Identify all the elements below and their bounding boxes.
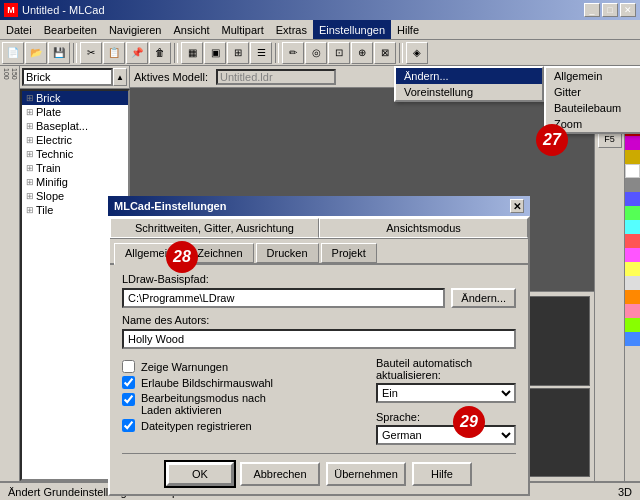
author-label: Name des Autors: [122,314,516,326]
author-input[interactable] [122,329,516,349]
tab-zeichnen[interactable]: Zeichnen [186,243,253,263]
color-lt-blue[interactable] [625,192,640,206]
sprache-select[interactable]: German English French [376,425,516,445]
menu-navigieren[interactable]: Navigieren [103,20,168,39]
close-button[interactable]: ✕ [620,3,636,17]
tree-item-brick-label: Brick [36,92,60,104]
cb-bearbeitungsmodus-row: Bearbeitungsmodus nachLaden aktivieren [122,392,364,416]
sub-zoom[interactable]: Zoom [546,116,640,132]
tree-item-minifig[interactable]: ⊞ Minifig [22,175,128,189]
tb-copy[interactable]: 📋 [103,42,125,64]
cb-dateitypen[interactable] [122,419,135,432]
tb-delete[interactable]: 🗑 [149,42,171,64]
color-orange[interactable] [625,290,640,304]
sub-gitter[interactable]: Gitter [546,84,640,100]
tree-search[interactable]: Brick [22,68,113,86]
dialog-ok-btn[interactable]: OK [166,462,234,486]
tb-b1[interactable]: ▦ [181,42,203,64]
color-magenta[interactable] [625,136,640,150]
cb-erlaube-row: Erlaube Bildschirmauswahl [122,376,364,389]
tab-zeichnen-label: Zeichnen [197,247,242,259]
title-bar: M Untitled - MLCad _ □ ✕ [0,0,640,20]
cb-zeige-warnungen[interactable] [122,360,135,373]
tree-item-baseplate[interactable]: ⊞ Baseplat... [22,119,128,133]
tree-item-train[interactable]: ⊞ Train [22,161,128,175]
sub-allgemein-label: Allgemein [554,70,602,82]
menu-einstellungen[interactable]: Einstellungen [313,20,391,39]
minimize-button[interactable]: _ [584,3,600,17]
sub-bauteilebaum[interactable]: Bauteilebaum [546,100,640,116]
menu-extras[interactable]: Extras [270,20,313,39]
tb-b7[interactable]: ⊡ [328,42,350,64]
sub-allgemein[interactable]: Allgemein [546,68,640,84]
tb-new[interactable]: 📄 [2,42,24,64]
toolbar: 📄 📂 💾 ✂ 📋 📌 🗑 ▦ ▣ ⊞ ☰ ✏ ◎ ⊡ ⊕ ⊠ ◈ [0,40,640,66]
color-lt-magenta[interactable] [625,248,640,262]
tb-b8[interactable]: ⊕ [351,42,373,64]
dialog-hilfe-btn[interactable]: Hilfe [412,462,472,486]
sub-gitter-label: Gitter [554,86,581,98]
menu-ansicht[interactable]: Ansicht [168,20,216,39]
app-icon: M [4,3,18,17]
color-lt-green[interactable] [625,206,640,220]
cb-erlaube-label: Erlaube Bildschirmauswahl [141,377,273,389]
color-pink[interactable] [625,304,640,318]
dd-aendern-label: Ändern... [404,70,449,82]
cb-bearbeitungsmodus[interactable] [122,393,135,406]
color-lt-cyan[interactable] [625,220,640,234]
tb-save[interactable]: 💾 [48,42,70,64]
cb-erlaube-bildschirmauswahl[interactable] [122,376,135,389]
tree-scroll-up[interactable]: ▲ [113,68,127,86]
tree-item-tile-label: Tile [36,204,53,216]
window-title: Untitled - MLCad [22,4,105,16]
color-yellow[interactable] [625,150,640,164]
dd-voreinstellung-label: Voreinstellung [404,86,473,98]
ldraw-change-btn[interactable]: Ändern... [451,288,516,308]
tab-schrittweiten[interactable]: Schrittweiten, Gitter, Ausrichtung [110,218,319,238]
cb-bearbeitungsmodus-label: Bearbeitungsmodus nachLaden aktivieren [141,392,266,416]
tab-projekt[interactable]: Projekt [321,243,377,263]
color-lt-yellow[interactable] [625,262,640,276]
ldraw-path-input[interactable] [122,288,445,308]
tb-b9[interactable]: ⊠ [374,42,396,64]
einstellungen-dropdown: Ändern... Voreinstellung Allgemein Gitte… [394,66,544,102]
tree-item-plate[interactable]: ⊞ Plate [22,105,128,119]
color-lt-gray[interactable] [625,276,640,290]
tb-b10[interactable]: ◈ [406,42,428,64]
tb-b4[interactable]: ☰ [250,42,272,64]
model-input[interactable] [216,69,336,85]
tb-b2[interactable]: ▣ [204,42,226,64]
tab-projekt-label: Projekt [332,247,366,259]
tab-ansichtsmodus[interactable]: Ansichtsmodus [319,218,528,238]
tb-cut[interactable]: ✂ [80,42,102,64]
color-lime[interactable] [625,318,640,332]
dialog-uebernehmen-btn[interactable]: Übernehmen [326,462,406,486]
tb-b6[interactable]: ◎ [305,42,327,64]
color-white[interactable] [625,164,640,178]
color-lt-red[interactable] [625,234,640,248]
tab-allgemein[interactable]: Allgemein [114,243,184,265]
dd-aendern[interactable]: Ändern... [396,68,542,84]
tb-b5[interactable]: ✏ [282,42,304,64]
tb-b3[interactable]: ⊞ [227,42,249,64]
tab-drucken[interactable]: Drucken [256,243,319,263]
einstellungen-submenu: Allgemein Gitter Bauteilebaum Zoom [544,66,640,134]
tree-item-brick[interactable]: ⊞ Brick [22,91,128,105]
menu-datei[interactable]: Datei [0,20,38,39]
ldraw-label: LDraw-Basispfad: [122,273,516,285]
menu-multipart[interactable]: Multipart [216,20,270,39]
color-sky[interactable] [625,332,640,346]
status-3d: 3D [618,486,632,498]
tree-item-technic[interactable]: ⊞ Technic [22,147,128,161]
dialog-abbrechen-btn[interactable]: Abbrechen [240,462,320,486]
dialog-close[interactable]: ✕ [510,199,524,213]
maximize-button[interactable]: □ [602,3,618,17]
color-gray[interactable] [625,178,640,192]
auto-update-select[interactable]: Ein Aus [376,383,516,403]
dd-voreinstellung[interactable]: Voreinstellung [396,84,542,100]
menu-bearbeiten[interactable]: Bearbeiten [38,20,103,39]
tree-item-electric[interactable]: ⊞ Electric [22,133,128,147]
menu-hilfe[interactable]: Hilfe [391,20,425,39]
tb-open[interactable]: 📂 [25,42,47,64]
tb-paste[interactable]: 📌 [126,42,148,64]
